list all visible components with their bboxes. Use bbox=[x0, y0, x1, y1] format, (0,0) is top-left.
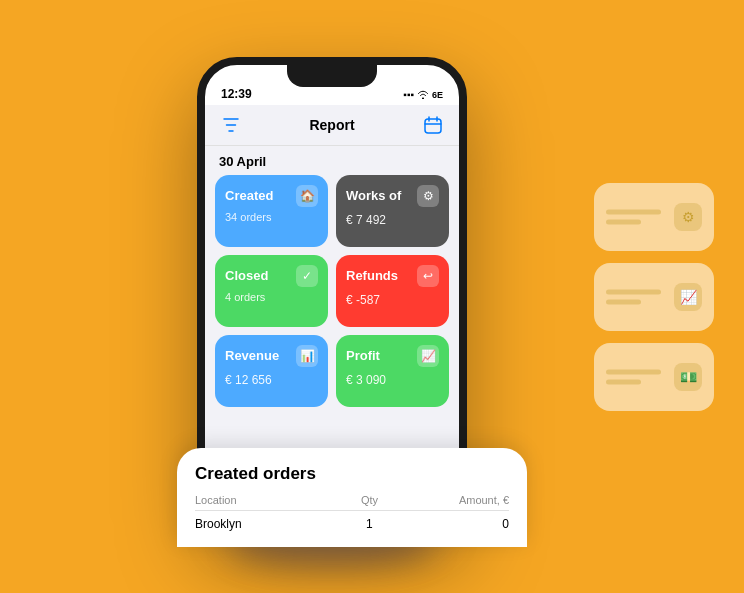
bottom-popup: Created orders Location Qty Amount, € Br… bbox=[177, 448, 527, 547]
table-row: Brooklyn 1 0 bbox=[195, 517, 509, 531]
float-card-1: ⚙ bbox=[594, 183, 714, 251]
nav-title: Report bbox=[309, 117, 354, 133]
float-line bbox=[606, 369, 661, 374]
card-refunds-value: € -587 bbox=[346, 293, 439, 307]
wifi-icon bbox=[417, 89, 429, 101]
col-header-amount: Amount, € bbox=[404, 494, 509, 506]
float-card-3: 💵 bbox=[594, 343, 714, 411]
date-label: 30 April bbox=[205, 146, 459, 175]
popup-title: Created orders bbox=[195, 464, 509, 484]
cards-grid: Created 🏠 34 orders Works of ⚙ € 7 492 bbox=[205, 175, 459, 407]
float-line bbox=[606, 379, 641, 384]
card-revenue-value: € 12 656 bbox=[225, 373, 318, 387]
card-refunds[interactable]: Refunds ↩ € -587 bbox=[336, 255, 449, 327]
gear-icon: ⚙ bbox=[674, 203, 702, 231]
float-line bbox=[606, 289, 661, 294]
card-works-title: Works of bbox=[346, 188, 401, 203]
chart-icon: 📈 bbox=[674, 283, 702, 311]
card-created[interactable]: Created 🏠 34 orders bbox=[215, 175, 328, 247]
filter-icon[interactable] bbox=[219, 113, 243, 137]
card-closed-title: Closed bbox=[225, 268, 268, 283]
battery-icon: 6E bbox=[432, 90, 443, 100]
col-header-location: Location bbox=[195, 494, 335, 506]
card-created-sub: 34 orders bbox=[225, 211, 318, 223]
card-profit-title: Profit bbox=[346, 348, 380, 363]
float-line bbox=[606, 299, 641, 304]
card-refunds-title: Refunds bbox=[346, 268, 398, 283]
card-closed-sub: 4 orders bbox=[225, 291, 318, 303]
col-header-qty: Qty bbox=[335, 494, 405, 506]
scene: ⚙ 📈 💵 12:39 ▪▪▪ bbox=[0, 0, 744, 593]
svg-rect-0 bbox=[425, 119, 441, 133]
card-closed[interactable]: Closed ✓ 4 orders bbox=[215, 255, 328, 327]
table-header: Location Qty Amount, € bbox=[195, 494, 509, 511]
floating-cards: ⚙ 📈 💵 bbox=[594, 183, 714, 411]
card-revenue[interactable]: Revenue 📊 € 12 656 bbox=[215, 335, 328, 407]
arrow-left-icon: ↩ bbox=[417, 265, 439, 287]
calendar-icon[interactable] bbox=[421, 113, 445, 137]
card-works-value: € 7 492 bbox=[346, 213, 439, 227]
float-card-2: 📈 bbox=[594, 263, 714, 331]
status-icons: ▪▪▪ 6E bbox=[403, 89, 443, 101]
float-line bbox=[606, 209, 661, 214]
cell-qty: 1 bbox=[335, 517, 405, 531]
signal-icon: ▪▪▪ bbox=[403, 89, 414, 100]
gear-double-icon: ⚙ bbox=[417, 185, 439, 207]
house-icon: 🏠 bbox=[296, 185, 318, 207]
card-created-title: Created bbox=[225, 188, 273, 203]
nav-bar: Report bbox=[205, 105, 459, 146]
trending-up-icon: 📈 bbox=[417, 345, 439, 367]
status-time: 12:39 bbox=[221, 87, 252, 101]
checkmark-icon: ✓ bbox=[296, 265, 318, 287]
phone-notch bbox=[287, 65, 377, 87]
card-profit[interactable]: Profit 📈 € 3 090 bbox=[336, 335, 449, 407]
float-line bbox=[606, 219, 641, 224]
card-works-of[interactable]: Works of ⚙ € 7 492 bbox=[336, 175, 449, 247]
cell-location: Brooklyn bbox=[195, 517, 335, 531]
cell-amount: 0 bbox=[404, 517, 509, 531]
money-icon: 💵 bbox=[674, 363, 702, 391]
popup-table: Location Qty Amount, € Brooklyn 1 0 bbox=[195, 494, 509, 531]
card-revenue-title: Revenue bbox=[225, 348, 279, 363]
card-profit-value: € 3 090 bbox=[346, 373, 439, 387]
chart-bar-icon: 📊 bbox=[296, 345, 318, 367]
phone-wrapper: 12:39 ▪▪▪ 6E bbox=[197, 57, 467, 537]
